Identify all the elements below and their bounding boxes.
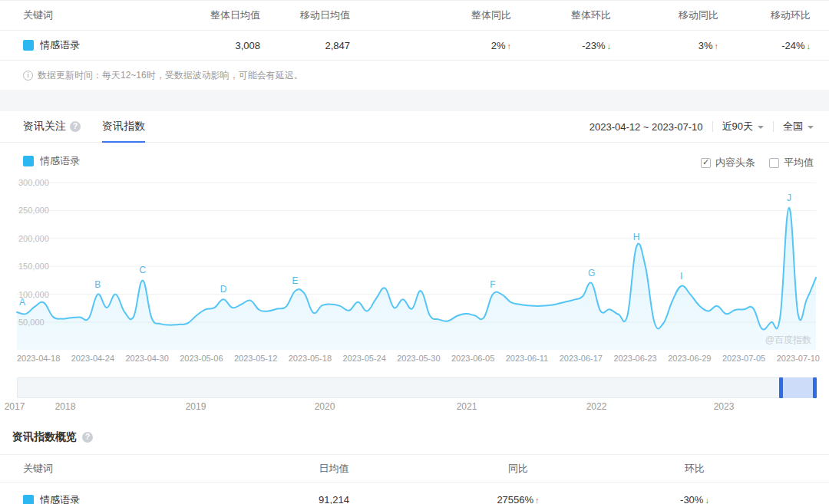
period-dropdown[interactable]: 近90天 [722,120,764,133]
summary-data-row: 情感语录 3,008 2,847 2%↑ -23%↓ 3%↑ -24%↓ [0,31,829,61]
timeline-year-2019: 2019 [186,401,206,412]
checkbox-label: 平均值 [784,156,814,170]
timeline-year-2022: 2022 [586,401,607,412]
divider [773,121,774,132]
slider-selected-range[interactable] [781,377,816,398]
chevron-down-icon [758,126,764,129]
chart-checkboxes: 内容头条平均值 [701,156,814,170]
help-icon[interactable]: ? [82,432,93,443]
keyword-cell[interactable]: 情感语录 [23,38,177,52]
x-axis-tick: 2023-05-30 [397,354,440,363]
keyword-cell[interactable]: 情感语录 [23,493,215,504]
x-axis-tick: 2023-06-23 [613,354,656,363]
x-axis-tick: 2023-04-30 [126,354,169,363]
keyword-summary-card: 关键词整体日均值移动日均值整体同比整体环比移动同比移动环比 情感语录 3,008… [0,0,829,90]
down-arrow-icon: ↓ [807,41,811,51]
line-chart[interactable]: ABCDEFGHIJ @百度指数 50,000100,000150,000200… [17,174,816,350]
tab-inactive[interactable]: 资讯关注? [12,111,91,143]
y-axis-tick: 50,000 [18,318,45,327]
x-axis-tick: 2023-06-05 [451,354,494,363]
y-axis-tick: 250,000 [18,206,49,215]
column-header: 整体同比 [353,8,514,22]
column-header: 关键词 [23,8,177,22]
timeline-year-2023: 2023 [714,401,735,412]
x-axis-labels: 2023-04-182023-04-242023-04-302023-05-06… [17,354,820,363]
tab-label: 资讯关注 [23,120,66,133]
down-arrow-icon: ↓ [607,41,612,51]
overview-table: 关键词日均值同比环比 情感语录 91,214 27556%↑ -30%↓ [0,454,829,504]
down-arrow-icon: ↓ [705,496,709,504]
checkbox-icon [769,158,779,168]
mobile-mom: -24%↓ [722,40,814,51]
point-label-C: C [139,265,146,275]
column-header: 关键词 [23,462,215,476]
column-header: 整体环比 [514,8,614,22]
overview-data-row: 情感语录 91,214 27556%↑ -30%↓ [0,483,829,504]
chart-controls: 2023-04-12 ~ 2023-07-10 近90天 全国 [590,120,814,133]
index-overview-section: 资讯指数概览 ? 关键词日均值同比环比 情感语录 91,214 27556%↑ … [0,418,829,504]
x-axis-tick: 2023-05-24 [343,354,386,363]
overall-yoy: 2%↑ [353,40,514,51]
column-header: 日均值 [215,462,453,476]
y-axis-tick: 150,000 [18,262,49,271]
overview-title-row: 资讯指数概览 ? [0,418,829,444]
summary-header-row: 关键词整体日均值移动日均值整体同比整体环比移动同比移动环比 [0,1,829,31]
date-range-label[interactable]: 2023-04-12 ~ 2023-07-10 [590,121,703,133]
timeline-slider[interactable] [17,377,815,398]
x-axis-tick: 2023-06-17 [560,354,603,363]
overview-header-row: 关键词日均值同比环比 [0,455,829,483]
chart-tabbar: 资讯关注?资讯指数 2023-04-12 ~ 2023-07-10 近90天 全… [0,111,829,143]
x-axis-tick: 2023-07-10 [777,354,820,363]
column-header: 移动同比 [614,8,722,22]
keyword-color-swatch [23,495,34,504]
trend-chart-card: 资讯关注?资讯指数 2023-04-12 ~ 2023-07-10 近90天 全… [0,111,829,418]
x-axis-tick: 2023-06-11 [506,354,548,363]
checkbox-icon [701,158,711,168]
data-update-note: i 数据更新时间：每天12~16时，受数据波动影响，可能会有延迟。 [0,61,829,82]
keyword-color-swatch [23,40,34,51]
column-header: 环比 [583,462,806,476]
timeline-year-2020: 2020 [315,401,335,412]
checkbox-checked[interactable]: 内容头条 [701,156,755,170]
x-axis-tick: 2023-05-06 [180,354,223,363]
x-axis-tick: 2023-04-24 [71,354,114,363]
overview-daily-avg: 91,214 [215,494,453,504]
point-label-E: E [292,275,299,286]
slider-left-handle[interactable] [779,377,783,398]
checkbox-unchecked[interactable]: 平均值 [769,156,814,170]
help-icon[interactable]: ? [70,121,81,132]
up-arrow-icon: ↑ [507,41,512,51]
y-axis-tick: 200,000 [18,234,49,243]
chart-legend[interactable]: 情感语录 [23,154,80,168]
keyword-summary-table: 关键词整体日均值移动日均值整体同比整体环比移动同比移动环比 情感语录 3,008… [0,0,829,61]
series-name: 情感语录 [40,154,80,168]
x-axis-tick: 2023-04-18 [17,354,60,363]
region-dropdown[interactable]: 全国 [783,120,814,133]
overview-yoy: 27556%↑ [453,494,583,504]
timeline-year-2017: 2017 [5,401,25,412]
point-label-H: H [633,232,640,242]
column-header: 移动环比 [722,8,814,22]
tab-label: 资讯指数 [102,120,145,133]
checkbox-label: 内容头条 [715,156,755,170]
point-label-D: D [220,284,227,295]
up-arrow-icon: ↑ [715,41,719,51]
series-color-swatch [23,156,34,166]
chart-canvas: ABCDEFGHIJ [17,174,816,350]
x-axis-tick: 2023-05-18 [289,354,332,363]
mobile-daily-avg: 2,847 [263,40,353,51]
y-axis-tick: 100,000 [18,290,49,299]
timeline-year-labels: 2017201820192020202120222023 [17,401,815,413]
timeline-year-2021: 2021 [457,401,477,412]
slider-right-handle[interactable] [813,377,817,398]
tab-active[interactable]: 资讯指数 [91,111,156,143]
column-header: 同比 [453,462,583,476]
x-axis-tick: 2023-05-12 [234,354,277,363]
keyword-label: 情感语录 [40,38,80,52]
y-axis-tick: 300,000 [18,178,49,187]
info-icon: i [23,71,33,81]
section-divider-band [0,90,829,111]
point-label-G: G [588,268,595,278]
overview-mom: -30%↓ [583,494,806,504]
chevron-down-icon [808,126,814,129]
